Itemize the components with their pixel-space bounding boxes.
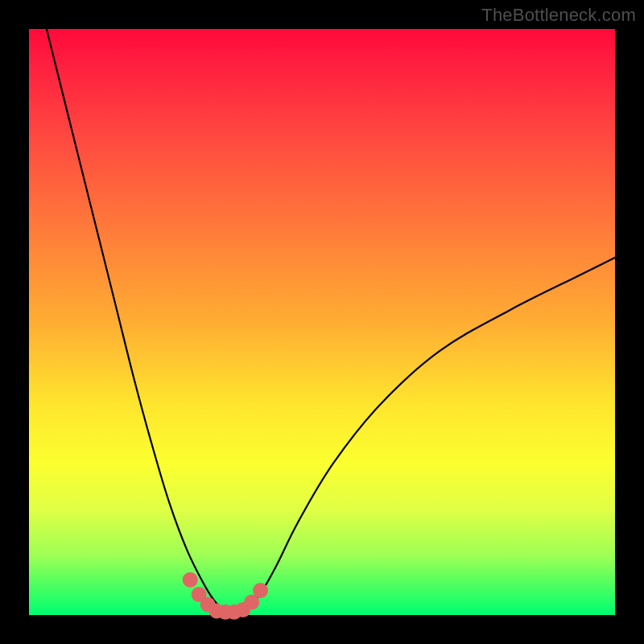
- chart-frame: TheBottleneck.com: [0, 0, 644, 644]
- highlight-dot: [253, 583, 268, 598]
- chart-svg: [29, 29, 615, 615]
- watermark-text: TheBottleneck.com: [481, 5, 636, 26]
- bottleneck-curve: [47, 29, 615, 613]
- highlight-dots: [183, 572, 268, 620]
- highlight-dot: [183, 572, 198, 588]
- plot-area: [29, 29, 615, 615]
